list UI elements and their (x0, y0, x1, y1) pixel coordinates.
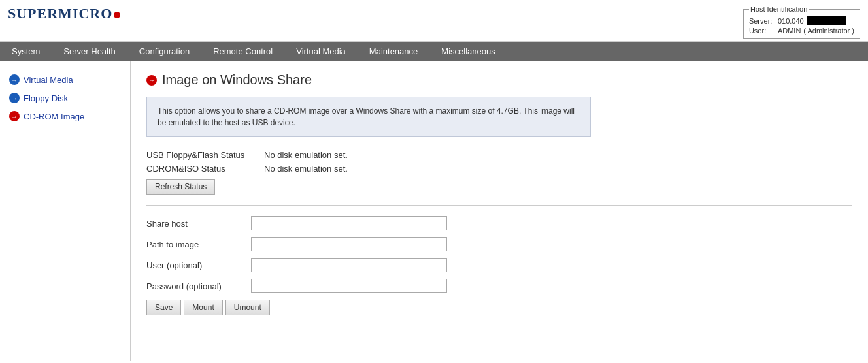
usb-status-row: USB Floppy&Flash Status No disk emulatio… (146, 150, 852, 160)
nav-server-health[interactable]: Server Health (52, 42, 127, 61)
user-optional-label: User (optional) (146, 260, 251, 270)
status-section: USB Floppy&Flash Status No disk emulatio… (146, 150, 852, 195)
usb-status-label: USB Floppy&Flash Status (146, 150, 264, 160)
form-row-path-to-image: Path to image (146, 237, 852, 251)
user-row: User: ADMIN ( Administrator ) (749, 27, 854, 35)
cdrom-status-label: CDROM&ISO Status (146, 164, 264, 174)
arrow-blue-icon-2: → (9, 93, 20, 103)
button-row: Save Mount Umount (146, 300, 852, 315)
nav-configuration[interactable]: Configuration (127, 42, 201, 61)
logo-dot (114, 12, 120, 18)
nav-maintenance[interactable]: Maintenance (358, 42, 429, 61)
form-row-user: User (optional) (146, 258, 852, 272)
page-title-row: → Image on Windows Share (146, 72, 852, 87)
page-title-icon: → (146, 75, 157, 86)
save-button[interactable]: Save (146, 300, 181, 315)
sidebar-item-floppy-disk[interactable]: → Floppy Disk (0, 89, 130, 107)
user-role: ( Administrator ) (803, 27, 854, 35)
logo-text: SUPERMICRO (8, 5, 112, 22)
nav-system[interactable]: System (0, 42, 52, 61)
form-row-share-host: Share host (146, 216, 852, 230)
server-label: Server: (749, 17, 775, 25)
usb-status-value: No disk emulation set. (264, 150, 348, 160)
user-label: User: (749, 27, 775, 35)
password-optional-label: Password (optional) (146, 281, 251, 291)
sidebar-item-cdrom-image[interactable]: → CD-ROM Image (0, 107, 130, 125)
sidebar-label-floppy-disk: Floppy Disk (24, 93, 68, 103)
divider (146, 205, 852, 206)
cdrom-status-row: CDROM&ISO Status No disk emulation set. (146, 164, 852, 174)
share-host-label: Share host (146, 219, 251, 229)
password-optional-input[interactable] (251, 279, 447, 293)
cdrom-status-value: No disk emulation set. (264, 164, 348, 174)
arrow-red-icon: → (9, 111, 20, 121)
path-to-image-input[interactable] (251, 237, 447, 251)
page-title: Image on Windows Share (162, 72, 312, 87)
server-row: Server: 010.040 (749, 16, 854, 25)
mount-button[interactable]: Mount (184, 300, 222, 315)
content: → Image on Windows Share This option all… (131, 61, 868, 361)
form-row-password: Password (optional) (146, 279, 852, 293)
sidebar-label-virtual-media: Virtual Media (24, 75, 73, 85)
sidebar: → Virtual Media → Floppy Disk → CD-ROM I… (0, 61, 131, 361)
user-value: ADMIN (778, 27, 801, 35)
nav-miscellaneous[interactable]: Miscellaneous (429, 42, 507, 61)
info-box: This option allows you to share a CD-ROM… (146, 97, 591, 137)
sidebar-label-cdrom-image: CD-ROM Image (24, 112, 84, 121)
host-identification-legend: Host Identification (749, 5, 809, 13)
server-value-redacted (807, 16, 846, 25)
path-to-image-label: Path to image (146, 240, 251, 249)
umount-button[interactable]: Umount (225, 300, 270, 315)
form-section: Share host Path to image User (optional)… (146, 216, 852, 315)
navbar: System Server Health Configuration Remot… (0, 42, 868, 61)
nav-remote-control[interactable]: Remote Control (201, 42, 284, 61)
refresh-status-button[interactable]: Refresh Status (146, 179, 215, 195)
arrow-blue-icon-1: → (9, 74, 20, 85)
nav-virtual-media[interactable]: Virtual Media (284, 42, 358, 61)
share-host-input[interactable] (251, 216, 447, 230)
host-identification: Host Identification Server: 010.040 User… (743, 5, 860, 39)
info-text: This option allows you to share a CD-ROM… (158, 106, 575, 127)
main: → Virtual Media → Floppy Disk → CD-ROM I… (0, 61, 868, 361)
header: SUPERMICRO Host Identification Server: 0… (0, 0, 868, 42)
user-optional-input[interactable] (251, 258, 447, 272)
logo: SUPERMICRO (8, 5, 120, 22)
sidebar-item-virtual-media[interactable]: → Virtual Media (0, 71, 130, 89)
server-value: 010.040 (778, 17, 804, 25)
